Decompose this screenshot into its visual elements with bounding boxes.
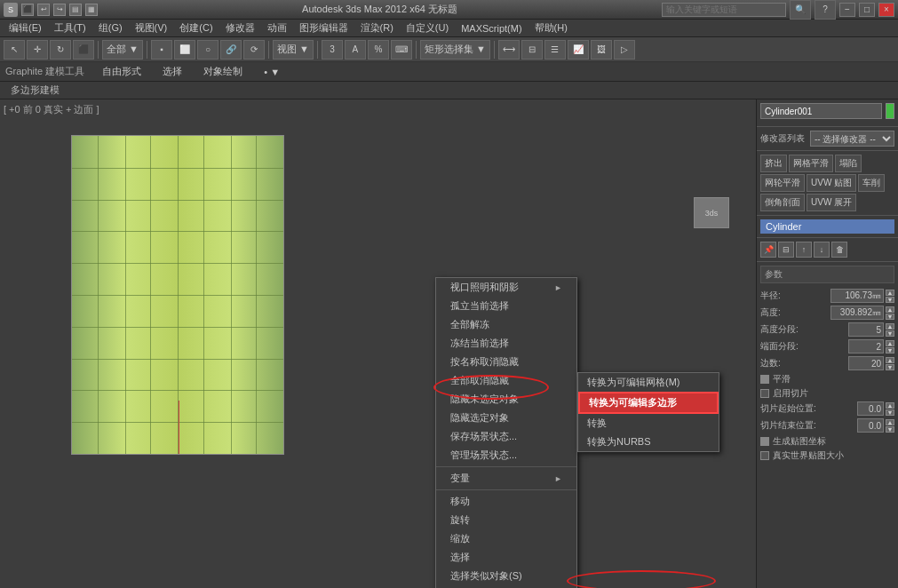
mod-list-cylinder[interactable]: Cylinder — [760, 219, 894, 234]
param-cap-segs-up[interactable]: ▲ — [886, 340, 894, 346]
param-sides-down[interactable]: ▼ — [886, 364, 894, 370]
mod-btn-uvw-unwrap[interactable]: UVW 展开 — [807, 194, 856, 211]
tool-align[interactable]: ⊟ — [521, 40, 543, 60]
tool-curve[interactable]: 📈 — [568, 40, 589, 60]
search-btn[interactable]: 🔍 — [790, 0, 811, 20]
tool-scale[interactable]: ⬛ — [73, 40, 94, 60]
close-btn[interactable]: × — [878, 3, 894, 17]
tool-kbd[interactable]: ⌨ — [391, 40, 412, 60]
menu-group[interactable]: 组(G) — [93, 20, 128, 36]
param-sides-input[interactable] — [848, 356, 884, 370]
ctx-hide-selected[interactable]: 隐藏选定对象 — [436, 409, 576, 427]
param-height-up[interactable]: ▲ — [886, 306, 894, 313]
convert-generic[interactable]: 转换 — [578, 414, 719, 433]
minimize-btn[interactable]: − — [839, 3, 855, 17]
tool-percent[interactable]: % — [368, 40, 389, 60]
smooth-checkbox[interactable] — [760, 375, 769, 384]
param-height-segs-down[interactable]: ▼ — [886, 330, 894, 337]
mod-btn-bevel[interactable]: 倒角剖面 — [760, 194, 805, 211]
mod-icon-funnel[interactable]: ⊟ — [778, 242, 794, 258]
menu-create[interactable]: 创建(C) — [174, 20, 218, 36]
menu-modifier[interactable]: 修改器 — [220, 20, 260, 36]
ctx-unhide-all[interactable]: 全部取消隐藏 — [436, 371, 576, 390]
ctx-rotate[interactable]: 旋转 — [436, 511, 576, 529]
tb-btn-1[interactable]: ⬛ — [21, 4, 34, 16]
search-input[interactable] — [662, 3, 786, 17]
tb-btn-3[interactable]: ↪ — [53, 4, 66, 16]
menu-animation[interactable]: 动画 — [262, 20, 292, 36]
ctx-select-similar[interactable]: 选择类似对象(S) — [436, 567, 576, 585]
select-filter[interactable]: 编辑(E) 全部 ▼ — [102, 40, 143, 60]
graphite-tab-paint[interactable]: 对象绘制 — [200, 63, 246, 80]
ctx-viewport-lighting[interactable]: 视口照明和阴影 ► — [436, 278, 576, 297]
poly-modeling[interactable]: 多边形建模 — [5, 82, 65, 99]
ctx-move[interactable]: 移动 — [436, 492, 576, 511]
menu-render[interactable]: 渲染(R) — [355, 20, 399, 36]
mod-btn-meshsmooth[interactable]: 网格平滑 — [789, 155, 833, 172]
gen-map-checkbox[interactable] — [760, 437, 769, 446]
graphite-tab-extra[interactable]: • ▼ — [260, 65, 283, 79]
tool-mirror[interactable]: ⟷ — [498, 40, 520, 60]
graphite-tab-select[interactable]: 选择 — [159, 63, 186, 80]
mod-icon-up[interactable]: ↑ — [796, 242, 812, 258]
ctx-scale[interactable]: 缩放 — [436, 529, 576, 548]
menu-help[interactable]: 帮助(H) — [529, 20, 573, 36]
convert-editable-mesh[interactable]: 转换为可编辑网格(M) — [578, 373, 719, 392]
menu-view[interactable]: 视图(V) — [130, 20, 173, 36]
mod-btn-collapse[interactable]: 塌陷 — [835, 155, 862, 172]
param-sides-up[interactable]: ▲ — [886, 357, 894, 363]
tool-snap[interactable]: 🔗 — [220, 40, 242, 60]
tb-btn-5[interactable]: ▦ — [85, 4, 98, 16]
viewport[interactable]: [ +0 前 0 真实 + 边面 ] — [0, 99, 756, 588]
object-color-box[interactable] — [886, 103, 894, 119]
tool-move[interactable]: ✛ — [27, 40, 48, 60]
ctx-select[interactable]: 选择 — [436, 548, 576, 567]
ctx-isolate[interactable]: 孤立当前选择 — [436, 297, 576, 315]
param-height-segs-up[interactable]: ▲ — [886, 323, 894, 330]
tool-select-region[interactable]: ▪ — [151, 40, 172, 60]
tool-2d[interactable]: A — [345, 40, 366, 60]
ctx-unhide-byname[interactable]: 按名称取消隐藏 — [436, 353, 576, 371]
param-radius-input[interactable] — [830, 289, 884, 303]
object-name-input[interactable] — [760, 103, 882, 119]
mod-btn-lathe[interactable]: 车削 — [858, 174, 885, 192]
convert-editable-poly[interactable]: 转换为可编辑多边形 — [578, 392, 719, 414]
param-radius-up[interactable]: ▲ — [886, 290, 894, 296]
maximize-btn[interactable]: □ — [859, 3, 875, 17]
modifier-select[interactable]: -- 选择修改器 -- — [810, 131, 894, 147]
selection-dropdown[interactable]: 矩形选择集 ▼ — [420, 40, 490, 60]
mod-icon-delete[interactable]: 🗑 — [831, 242, 847, 258]
param-slice-from-up[interactable]: ▲ — [886, 402, 894, 409]
param-slice-from-down[interactable]: ▼ — [886, 409, 894, 416]
ctx-freeze-selected[interactable]: 冻结当前选择 — [436, 334, 576, 353]
tool-layer[interactable]: ☰ — [544, 40, 566, 60]
menu-graph-editor[interactable]: 图形编辑器 — [294, 20, 354, 36]
mod-btn-uvw-map[interactable]: UVW 贴图 — [807, 174, 856, 192]
tool-window[interactable]: ⬜ — [174, 40, 195, 60]
slice-enable-checkbox[interactable] — [760, 389, 769, 398]
param-cap-segs-input[interactable] — [848, 339, 884, 354]
param-slice-to-input[interactable] — [857, 418, 884, 433]
help-btn[interactable]: ? — [815, 0, 836, 20]
convert-nurbs[interactable]: 转换为NURBS — [578, 433, 719, 451]
tool-paint[interactable]: ○ — [197, 40, 219, 60]
ctx-save-scene-state[interactable]: 保存场景状态... — [436, 427, 576, 446]
param-slice-from-input[interactable] — [857, 401, 884, 416]
ctx-unfreeze-all[interactable]: 全部解冻 — [436, 315, 576, 334]
param-height-down[interactable]: ▼ — [886, 314, 894, 320]
param-cap-segs-down[interactable]: ▼ — [886, 347, 894, 354]
tool-render[interactable]: 🖼 — [591, 40, 612, 60]
tool-quick-render[interactable]: ▷ — [614, 40, 635, 60]
param-height-input[interactable] — [830, 306, 884, 320]
param-radius-down[interactable]: ▼ — [886, 297, 894, 303]
ctx-hide-unselected[interactable]: 隐藏未选定对象 — [436, 390, 576, 409]
mod-icon-pin[interactable]: 📌 — [760, 242, 776, 258]
mod-btn-extrude[interactable]: 挤出 — [760, 155, 787, 172]
tool-angle-snap[interactable]: ⟳ — [243, 40, 265, 60]
tool-select[interactable]: ↖ — [4, 40, 25, 60]
graphite-tab-freeform[interactable]: 自由形式 — [99, 63, 145, 80]
menu-tools[interactable]: 工具(T) — [49, 20, 91, 36]
menu-customize[interactable]: 自定义(U) — [401, 20, 454, 36]
ctx-manage-scene-state[interactable]: 管理场景状态... — [436, 446, 576, 465]
tool-rotate[interactable]: ↻ — [50, 40, 71, 60]
